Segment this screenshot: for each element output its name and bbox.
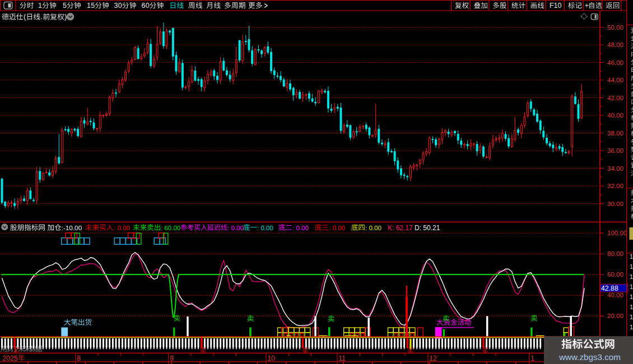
svg-text:11: 11 <box>338 354 346 362</box>
svg-text:42.88: 42.88 <box>601 284 618 292</box>
svg-text:40.00: 40.00 <box>607 292 623 298</box>
svg-text:6: 6 <box>142 2 146 10</box>
svg-text:1: 1 <box>630 253 633 260</box>
svg-text:80.00: 80.00 <box>607 250 623 257</box>
svg-text:8: 8 <box>77 354 81 362</box>
svg-text:.: . <box>41 12 43 21</box>
svg-text:): ) <box>64 12 67 21</box>
svg-text:30.00: 30.00 <box>607 200 623 207</box>
svg-text:: 60.00: : 60.00 <box>161 225 180 231</box>
svg-text:36.00: 36.00 <box>607 147 623 154</box>
svg-text:: 0.00: : 0.00 <box>329 225 345 231</box>
svg-text:1: 1 <box>630 293 633 300</box>
svg-text:3: 3 <box>114 2 118 10</box>
svg-text::-10.00: :-10.00 <box>62 224 82 232</box>
svg-text:9: 9 <box>170 354 174 362</box>
svg-text:1: 1 <box>630 304 633 310</box>
svg-text:K: 62.17: K: 62.17 <box>388 224 413 232</box>
svg-text:1: 1 <box>38 2 42 10</box>
svg-text:1: 1 <box>530 354 534 362</box>
svg-text:42.00: 42.00 <box>607 95 623 101</box>
svg-text:60.00: 60.00 <box>607 271 623 278</box>
svg-text:100.00: 100.00 <box>607 230 627 236</box>
svg-text:: 0.00: : 0.00 <box>257 225 273 231</box>
svg-text:12: 12 <box>429 354 437 362</box>
svg-text:2025: 2025 <box>2 354 18 362</box>
svg-text:5: 5 <box>63 2 67 10</box>
svg-text:(: ( <box>24 12 26 21</box>
svg-text:F10: F10 <box>550 2 562 10</box>
svg-text:: 0.00: : 0.00 <box>292 225 309 231</box>
svg-text:20.00: 20.00 <box>607 312 623 319</box>
svg-text:5: 5 <box>91 2 95 10</box>
svg-text:: 0.00: : 0.00 <box>365 225 381 231</box>
svg-text:1: 1 <box>630 273 633 280</box>
svg-text:48.00: 48.00 <box>607 41 623 48</box>
svg-text:1: 1 <box>630 283 633 290</box>
svg-text:34.00: 34.00 <box>607 165 623 172</box>
svg-text:1: 1 <box>630 314 633 320</box>
svg-text:38.00: 38.00 <box>607 130 623 137</box>
svg-text:www.zbgs3.com: www.zbgs3.com <box>558 352 621 362</box>
svg-text:1: 1 <box>630 263 633 270</box>
svg-text:32.00: 32.00 <box>607 183 623 189</box>
svg-text:0: 0 <box>118 2 122 10</box>
svg-text:50.00: 50.00 <box>607 24 623 31</box>
svg-text:1: 1 <box>87 2 91 10</box>
svg-text:D: 50.21: D: 50.21 <box>415 224 440 232</box>
svg-text:40.00: 40.00 <box>607 112 623 119</box>
svg-text:44.00: 44.00 <box>607 77 623 83</box>
svg-text:+: + <box>585 2 589 10</box>
svg-text:: 0.00: : 0.00 <box>114 225 130 231</box>
svg-text:46.00: 46.00 <box>607 59 623 66</box>
svg-text:1: 1 <box>630 324 633 330</box>
svg-text:0: 0 <box>146 2 150 10</box>
svg-text:10: 10 <box>267 354 275 362</box>
svg-text:: 0.00: : 0.00 <box>227 225 244 231</box>
